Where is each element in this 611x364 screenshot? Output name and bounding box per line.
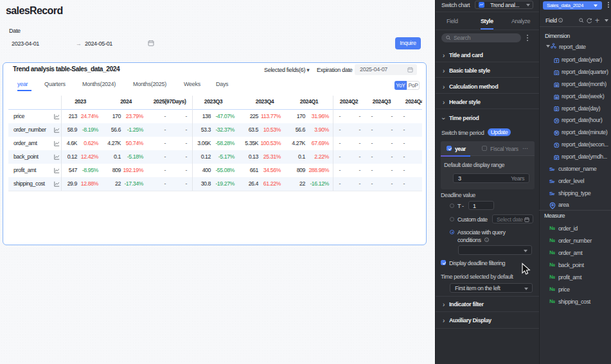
svg-text:W: W (555, 96, 558, 100)
svg-text:M: M (555, 83, 558, 87)
svg-text:M: M (555, 132, 558, 135)
svg-text:S: S (556, 144, 558, 147)
svg-text:U: U (556, 71, 558, 75)
svg-text:H: H (556, 119, 558, 123)
svg-text:Y: Y (556, 59, 558, 63)
svg-text:D: D (556, 107, 558, 111)
